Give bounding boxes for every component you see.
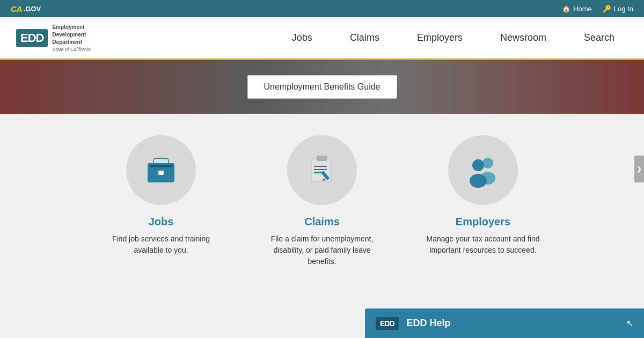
svg-rect-8 (317, 156, 327, 161)
ca-gov-logo: CA .GOV (11, 4, 41, 13)
scroll-handle[interactable]: ❯ (634, 156, 644, 182)
hero-banner: Unemployment Benefits Guide (0, 60, 644, 114)
nav-claims[interactable]: Claims (347, 30, 382, 46)
people-icon (464, 151, 502, 189)
header: EDD Employment Development Department St… (0, 17, 644, 60)
main-nav: Jobs Claims Employers Newsroom Search (134, 30, 628, 46)
nav-newsroom[interactable]: Newsroom (497, 30, 549, 46)
top-bar-left: CA .GOV (11, 4, 41, 13)
edd-help-cursor: ↖ (626, 318, 633, 328)
nav-employers[interactable]: Employers (414, 30, 465, 46)
jobs-card: Jobs Find job services and training avai… (102, 135, 220, 267)
claims-icon-circle (287, 135, 357, 205)
logo-area: EDD Employment Development Department St… (16, 24, 134, 52)
jobs-card-desc: Find job services and training available… (102, 233, 220, 256)
claims-card-desc: File a claim for unemployment, disabilit… (263, 233, 381, 267)
home-icon: 🏠 (562, 5, 570, 13)
claims-card: Claims File a claim for unemployment, di… (263, 135, 381, 267)
svg-point-17 (470, 174, 487, 188)
nav-jobs[interactable]: Jobs (289, 30, 315, 46)
nav-search[interactable]: Search (581, 30, 617, 46)
employers-card-title[interactable]: Employers (456, 216, 510, 228)
edd-line3: Department (52, 39, 91, 46)
jobs-card-title[interactable]: Jobs (149, 216, 174, 228)
edd-line1: Employment (52, 24, 91, 31)
employers-card: Employers Manage your tax account and fi… (424, 135, 542, 267)
claims-card-title[interactable]: Claims (304, 216, 340, 228)
svg-point-16 (472, 159, 484, 171)
edd-logo[interactable]: EDD Employment Development Department St… (16, 24, 91, 52)
unemployment-guide-button[interactable]: Unemployment Benefits Guide (247, 75, 397, 99)
edd-logo-text-block: Employment Development Department State … (52, 24, 91, 52)
ca-logo-gov: .GOV (24, 5, 41, 13)
employers-icon-circle (448, 135, 518, 205)
top-bar-right: 🏠 Home 🔑 Log In (562, 5, 633, 13)
employers-card-desc: Manage your tax account and find importa… (424, 233, 542, 256)
svg-rect-4 (150, 165, 172, 167)
clipboard-icon (303, 151, 341, 189)
home-label: Home (573, 5, 592, 13)
top-bar: CA .GOV 🏠 Home 🔑 Log In (0, 0, 644, 17)
main-content: Jobs Find job services and training avai… (0, 114, 644, 278)
edd-logo-box: EDD (16, 29, 48, 47)
edd-line2: Development (52, 31, 91, 39)
key-icon: 🔑 (603, 5, 611, 13)
edd-subtext: State of California (52, 47, 91, 52)
edd-help-bar[interactable]: EDD EDD Help ↖ (365, 308, 644, 338)
edd-help-logo: EDD (376, 317, 399, 330)
jobs-icon-circle (126, 135, 196, 205)
login-link[interactable]: 🔑 Log In (603, 5, 633, 13)
login-label: Log In (614, 5, 633, 13)
ca-logo-ca: CA (11, 4, 23, 13)
edd-help-label: EDD Help (407, 318, 618, 329)
svg-rect-5 (158, 171, 164, 175)
briefcase-icon (142, 151, 180, 189)
svg-point-14 (482, 158, 493, 168)
home-link[interactable]: 🏠 Home (562, 5, 592, 13)
